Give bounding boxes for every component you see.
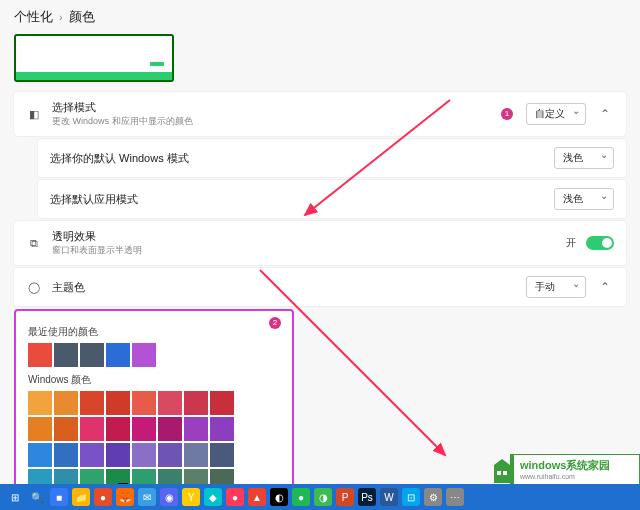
- preview-accent-icon: [150, 62, 164, 66]
- color-swatch[interactable]: [54, 417, 78, 441]
- choose-mode-row[interactable]: ◧ 选择模式 更改 Windows 和应用中显示的颜色 1 自定义 ⌃: [14, 92, 626, 136]
- default-app-mode-row: 选择默认应用模式 浅色: [38, 180, 626, 218]
- taskbar-icon[interactable]: Y: [182, 488, 200, 506]
- default-windows-mode-row: 选择你的默认 Windows 模式 浅色: [38, 139, 626, 177]
- taskbar-icon[interactable]: 🔍: [28, 488, 46, 506]
- transparency-title: 透明效果: [52, 229, 556, 244]
- color-swatch[interactable]: [28, 443, 52, 467]
- color-swatch[interactable]: [28, 343, 52, 367]
- transparency-icon: ⧉: [26, 237, 42, 250]
- breadcrumb-parent[interactable]: 个性化: [14, 8, 53, 26]
- color-swatch[interactable]: [54, 343, 78, 367]
- taskbar-icon[interactable]: ●: [226, 488, 244, 506]
- color-swatch[interactable]: [28, 417, 52, 441]
- transparency-toggle[interactable]: [586, 236, 614, 250]
- color-swatch[interactable]: [184, 443, 208, 467]
- color-swatch[interactable]: [132, 343, 156, 367]
- windows-colors-label: Windows 颜色: [28, 373, 280, 387]
- recent-colors-label: 最近使用的颜色: [28, 325, 280, 339]
- transparency-row: ⧉ 透明效果 窗口和表面显示半透明 开: [14, 221, 626, 265]
- chevron-up-icon[interactable]: ⌃: [596, 107, 614, 121]
- color-swatch[interactable]: [158, 443, 182, 467]
- recent-colors-grid: [28, 343, 280, 367]
- color-swatch[interactable]: [210, 443, 234, 467]
- annotation-badge-1: 1: [501, 108, 513, 120]
- theme-preview: [14, 34, 174, 82]
- color-swatch[interactable]: [106, 343, 130, 367]
- taskbar-icon[interactable]: ⚙: [424, 488, 442, 506]
- windows-mode-dropdown[interactable]: 浅色: [554, 147, 614, 169]
- color-swatch[interactable]: [184, 391, 208, 415]
- watermark-title: windows系统家园: [520, 458, 633, 473]
- accent-title: 主题色: [52, 280, 516, 295]
- svg-rect-3: [503, 471, 507, 475]
- color-swatch[interactable]: [80, 443, 104, 467]
- color-swatch[interactable]: [80, 417, 104, 441]
- taskbar-icon[interactable]: 📁: [72, 488, 90, 506]
- mode-dropdown[interactable]: 自定义: [526, 103, 586, 125]
- default-windows-mode-label: 选择你的默认 Windows 模式: [50, 151, 544, 166]
- svg-rect-2: [497, 471, 501, 475]
- taskbar-icon[interactable]: ⋯: [446, 488, 464, 506]
- taskbar-icon[interactable]: Ps: [358, 488, 376, 506]
- accent-color-row[interactable]: ◯ 主题色 手动 ⌃: [14, 268, 626, 306]
- accent-icon: ◯: [26, 281, 42, 294]
- taskbar-icon[interactable]: ✉: [138, 488, 156, 506]
- default-app-mode-label: 选择默认应用模式: [50, 192, 544, 207]
- choose-mode-desc: 更改 Windows 和应用中显示的颜色: [52, 115, 491, 128]
- taskbar-icon[interactable]: ◐: [270, 488, 288, 506]
- toggle-state-label: 开: [566, 236, 576, 250]
- watermark-url: www.ruihaifu.com: [520, 473, 633, 480]
- annotation-badge-2: 2: [269, 317, 281, 329]
- app-mode-dropdown[interactable]: 浅色: [554, 188, 614, 210]
- color-swatch[interactable]: [80, 343, 104, 367]
- color-swatch[interactable]: [158, 417, 182, 441]
- taskbar-icon[interactable]: ■: [50, 488, 68, 506]
- transparency-desc: 窗口和表面显示半透明: [52, 244, 556, 257]
- color-swatch[interactable]: [210, 391, 234, 415]
- color-swatch[interactable]: [184, 417, 208, 441]
- choose-mode-title: 选择模式: [52, 100, 491, 115]
- color-swatch[interactable]: [158, 391, 182, 415]
- color-palette-panel: 2 最近使用的颜色 Windows 颜色: [14, 309, 294, 510]
- color-swatch[interactable]: [28, 391, 52, 415]
- color-swatch[interactable]: [132, 417, 156, 441]
- breadcrumb-sep: ›: [59, 11, 63, 23]
- taskbar-icon[interactable]: ◑: [314, 488, 332, 506]
- color-swatch[interactable]: [132, 443, 156, 467]
- taskbar[interactable]: ⊞🔍■📁●🦊✉◉Y◆●▲◐●◑PPsW⊡⚙⋯: [0, 484, 640, 510]
- breadcrumb: 个性化 › 颜色: [0, 0, 640, 34]
- preview-taskbar: [16, 72, 172, 80]
- accent-dropdown[interactable]: 手动: [526, 276, 586, 298]
- taskbar-icon[interactable]: 🦊: [116, 488, 134, 506]
- chevron-up-icon[interactable]: ⌃: [596, 280, 614, 294]
- color-swatch[interactable]: [132, 391, 156, 415]
- taskbar-icon[interactable]: W: [380, 488, 398, 506]
- color-swatch[interactable]: [54, 391, 78, 415]
- color-swatch[interactable]: [210, 417, 234, 441]
- color-swatch[interactable]: [80, 391, 104, 415]
- color-swatch[interactable]: [54, 443, 78, 467]
- taskbar-icon[interactable]: ◆: [204, 488, 222, 506]
- taskbar-icon[interactable]: ●: [94, 488, 112, 506]
- color-swatch[interactable]: [106, 391, 130, 415]
- taskbar-icon[interactable]: ⊡: [402, 488, 420, 506]
- taskbar-icon[interactable]: ●: [292, 488, 310, 506]
- taskbar-icon[interactable]: ⊞: [6, 488, 24, 506]
- breadcrumb-current: 颜色: [69, 8, 95, 26]
- taskbar-icon[interactable]: ▲: [248, 488, 266, 506]
- color-swatch[interactable]: [106, 417, 130, 441]
- brush-icon: ◧: [26, 108, 42, 121]
- taskbar-icon[interactable]: P: [336, 488, 354, 506]
- taskbar-icon[interactable]: ◉: [160, 488, 178, 506]
- color-swatch[interactable]: [106, 443, 130, 467]
